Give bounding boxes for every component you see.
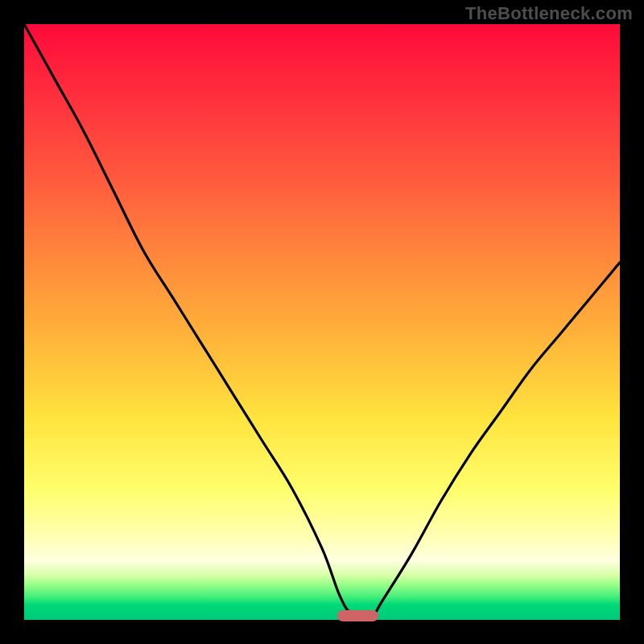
- optimal-marker: [337, 610, 379, 621]
- bottleneck-curve: [24, 24, 620, 620]
- watermark-text: TheBottleneck.com: [465, 3, 633, 24]
- curve-path: [24, 24, 620, 620]
- plot-area: [24, 24, 620, 620]
- chart-frame: TheBottleneck.com: [0, 0, 644, 644]
